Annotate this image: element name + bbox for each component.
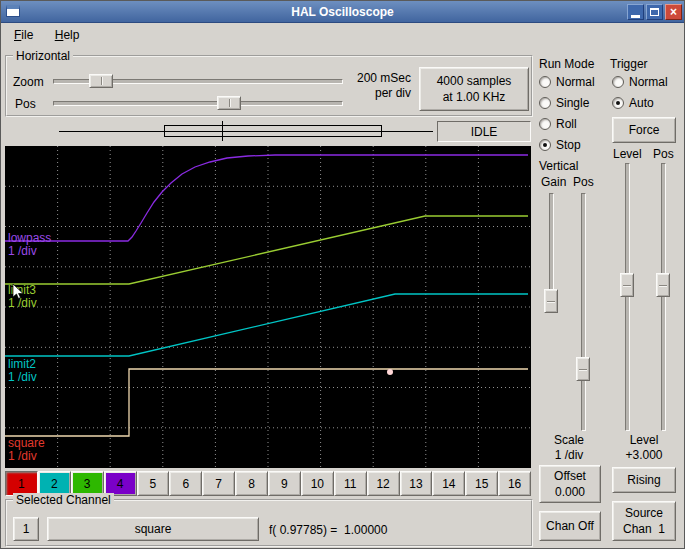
trace-square xyxy=(5,369,528,436)
channel-button-11[interactable]: 11 xyxy=(334,471,367,496)
channel-button-12[interactable]: 12 xyxy=(367,471,400,496)
vertical-label: Vertical xyxy=(539,159,578,173)
chan-off-label: Chan Off xyxy=(546,519,594,533)
record-window xyxy=(164,125,382,137)
trace-lowpass xyxy=(5,155,528,241)
menu-help[interactable]: Help xyxy=(46,24,89,46)
run-mode-option-stop[interactable]: Stop xyxy=(539,134,603,155)
samples-line2: at 1.00 KHz xyxy=(443,89,506,105)
sweep-rate-line1: 200 mSec xyxy=(345,71,411,86)
vertical-pos-label: Pos xyxy=(573,175,594,189)
radio-icon xyxy=(612,97,624,109)
acquire-status-box: IDLE xyxy=(437,121,531,142)
maximize-button[interactable] xyxy=(646,4,663,20)
run-mode-option-label: Roll xyxy=(556,117,577,131)
sweep-rate-text: 200 mSec per div xyxy=(345,71,411,101)
offset-button[interactable]: Offset 0.000 xyxy=(539,465,601,503)
channel-button-9[interactable]: 9 xyxy=(268,471,301,496)
trace-label-lowpass: lowpass xyxy=(8,231,51,245)
slider-grip xyxy=(579,369,587,371)
minimize-button[interactable] xyxy=(627,4,644,20)
selected-channel-name: square xyxy=(135,522,172,536)
level-slider-trough[interactable] xyxy=(625,163,630,431)
slider-grip xyxy=(229,99,231,107)
radio-icon xyxy=(539,76,551,88)
minimize-icon xyxy=(631,15,640,18)
trace-scale-limit2: 1 /div xyxy=(8,370,37,384)
gain-slider-handle[interactable] xyxy=(544,289,558,313)
trigger-level-slider[interactable] xyxy=(619,163,635,431)
slider-grip xyxy=(101,77,103,85)
trace-scale-limit3: 1 /div xyxy=(8,296,37,310)
scope-display: lowpass1 /divlimit31 /divlimit21 /divsqu… xyxy=(5,146,531,468)
acquire-status: IDLE xyxy=(471,125,498,139)
trace-label-limit3: limit3 xyxy=(8,283,36,297)
horizontal-pos-slider[interactable] xyxy=(53,95,343,111)
trace-scale-square: 1 /div xyxy=(8,449,37,463)
trigger-options: NormalAuto xyxy=(612,71,682,113)
menubar: File Help xyxy=(1,24,684,48)
trigger-label: Trigger xyxy=(610,57,648,71)
vpos-slider-handle[interactable] xyxy=(576,357,590,381)
horizontal-zoom-slider[interactable] xyxy=(53,73,343,89)
run-mode-option-label: Stop xyxy=(556,138,581,152)
channel-button-8[interactable]: 8 xyxy=(235,471,268,496)
close-icon: × xyxy=(670,6,677,18)
menu-file[interactable]: File xyxy=(5,24,42,46)
trigger-option-auto[interactable]: Auto xyxy=(612,92,682,113)
samples-line1: 4000 samples xyxy=(437,73,512,89)
radio-icon xyxy=(612,76,624,88)
slider-grip xyxy=(659,285,667,287)
radio-icon xyxy=(539,139,551,151)
trigger-edge-button[interactable]: Rising xyxy=(612,467,676,493)
radio-icon xyxy=(539,97,551,109)
channel-button-15[interactable]: 15 xyxy=(465,471,498,496)
tpos-slider-trough[interactable] xyxy=(661,163,666,431)
selected-channel-name-button[interactable]: square xyxy=(47,517,259,541)
trigger-pos-slider-label: Pos xyxy=(653,147,674,161)
vertical-pos-slider[interactable] xyxy=(575,193,591,431)
level-slider-handle[interactable] xyxy=(620,273,634,297)
trigger-marker xyxy=(387,369,393,375)
trigger-level-value: +3.000 xyxy=(608,448,680,462)
selected-channel-number-button[interactable]: 1 xyxy=(13,517,39,541)
scale-value: 1 /div xyxy=(537,448,601,462)
chan-off-button[interactable]: Chan Off xyxy=(539,511,601,541)
channel-button-6[interactable]: 6 xyxy=(169,471,202,496)
trigger-option-normal[interactable]: Normal xyxy=(612,71,682,92)
channel-button-7[interactable]: 7 xyxy=(202,471,235,496)
run-mode-option-normal[interactable]: Normal xyxy=(539,71,603,92)
trigger-source-button[interactable]: Source Chan 1 xyxy=(612,501,676,541)
vpos-slider-trough[interactable] xyxy=(581,193,586,431)
run-mode-option-label: Single xyxy=(556,96,589,110)
channel-button-13[interactable]: 13 xyxy=(400,471,433,496)
trigger-pos-slider[interactable] xyxy=(655,163,671,431)
trace-label-square: square xyxy=(8,436,45,450)
samples-button[interactable]: 4000 samples at 1.00 KHz xyxy=(419,67,529,111)
zoom-slider-handle[interactable] xyxy=(89,74,113,88)
trace-scale-lowpass: 1 /div xyxy=(8,244,37,258)
offset-line1: Offset xyxy=(554,468,586,484)
titlebar[interactable]: HAL Oscilloscope × xyxy=(1,1,684,23)
hal-oscilloscope-window: HAL Oscilloscope × File Help Horizontal … xyxy=(0,0,685,549)
trace-limit2 xyxy=(5,294,528,356)
channel-button-14[interactable]: 14 xyxy=(432,471,465,496)
run-mode-option-single[interactable]: Single xyxy=(539,92,603,113)
pos-slider-handle[interactable] xyxy=(217,96,241,110)
run-mode-option-roll[interactable]: Roll xyxy=(539,113,603,134)
sweep-rate-line2: per div xyxy=(345,86,411,101)
scale-label: Scale xyxy=(537,433,601,447)
close-button[interactable]: × xyxy=(665,4,682,20)
record-trigger-tick xyxy=(222,121,223,141)
trigger-option-label: Normal xyxy=(629,75,668,89)
force-button[interactable]: Force xyxy=(612,117,676,143)
channel-button-16[interactable]: 16 xyxy=(498,471,531,496)
selected-channel-label: Selected Channel xyxy=(13,493,114,507)
channel-button-10[interactable]: 10 xyxy=(301,471,334,496)
offset-line2: 0.000 xyxy=(555,484,585,500)
pos-slider-trough[interactable] xyxy=(53,101,343,106)
tpos-slider-handle[interactable] xyxy=(656,273,670,297)
pos-label: Pos xyxy=(15,97,36,111)
channel-button-5[interactable]: 5 xyxy=(137,471,170,496)
vertical-gain-slider[interactable] xyxy=(543,193,559,313)
